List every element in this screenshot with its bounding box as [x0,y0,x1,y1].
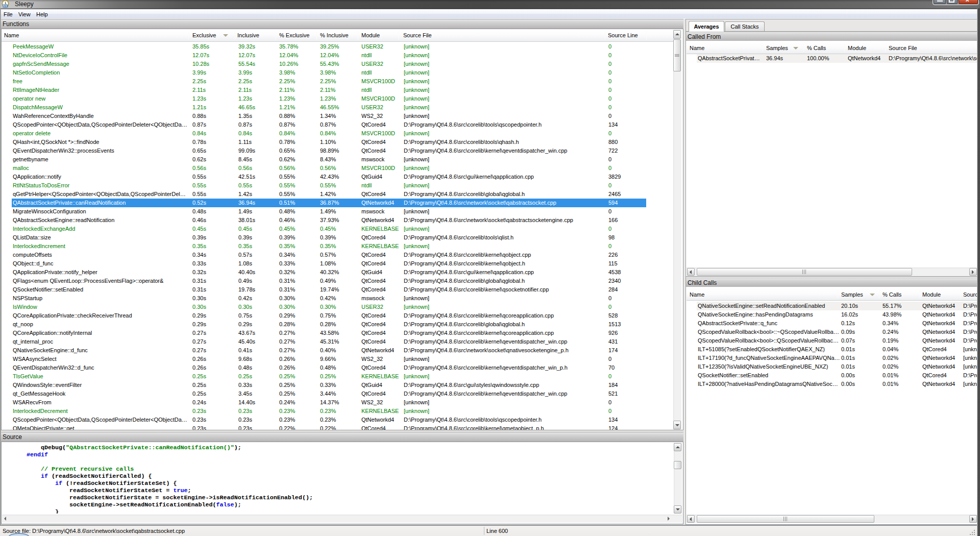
svg-text:zzz: zzz [3,4,9,8]
